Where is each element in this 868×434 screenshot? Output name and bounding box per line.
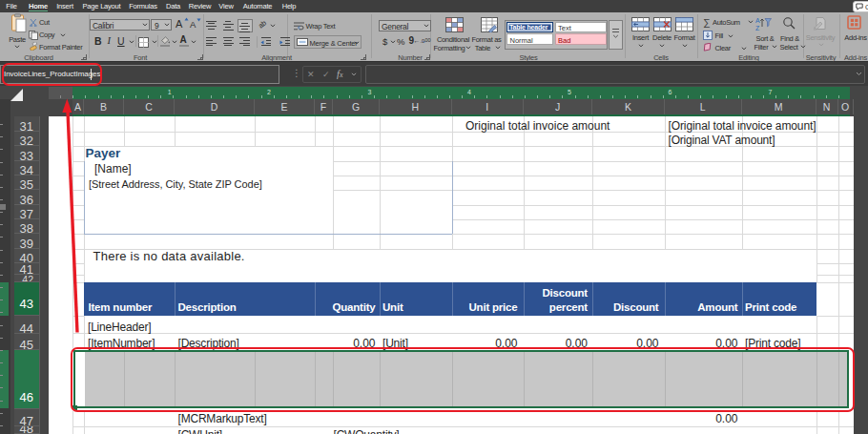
svg-text:Z: Z: [755, 24, 760, 31]
svg-text:A: A: [755, 16, 760, 23]
